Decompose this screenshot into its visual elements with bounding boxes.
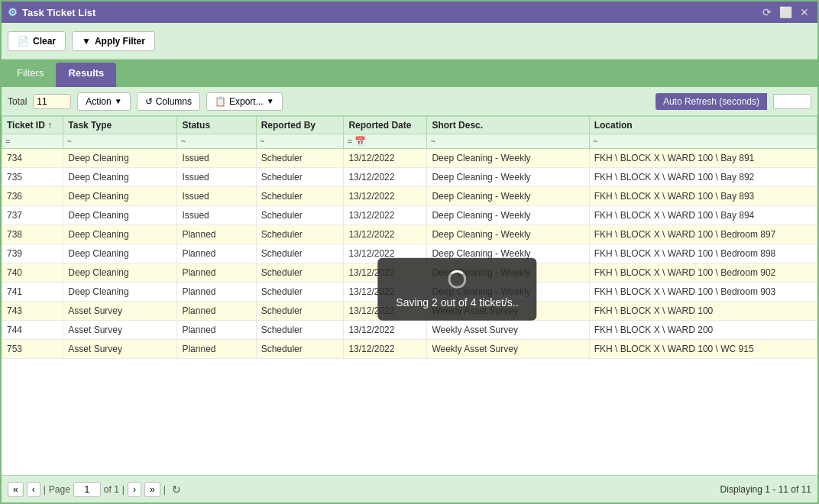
filter-status[interactable]: ~ [177, 134, 256, 149]
cell-location: FKH \ BLOCK X \ WARD 100 \ Bedroom 903 [589, 283, 817, 302]
cell-ticket_id: 744 [2, 321, 63, 340]
cell-location: FKH \ BLOCK X \ WARD 100 \ Bay 894 [589, 206, 817, 225]
cell-location: FKH \ BLOCK X \ WARD 100 \ Bay 891 [589, 149, 817, 168]
maximize-button[interactable]: ⬜ [777, 6, 795, 18]
cell-task_type: Deep Cleaning [63, 168, 177, 187]
next-page-button[interactable]: › [128, 482, 141, 497]
col-header-short-desc[interactable]: Short Desc. [427, 117, 589, 134]
cell-ticket_id: 739 [2, 244, 63, 263]
page-input[interactable] [73, 482, 101, 497]
table-row[interactable]: 738Deep CleaningPlannedScheduler13/12/20… [2, 225, 817, 244]
table-row[interactable]: 735Deep CleaningIssuedScheduler13/12/202… [2, 168, 817, 187]
cell-status: Planned [177, 263, 256, 283]
filter-reported-date[interactable]: = 📅 [344, 134, 427, 149]
window-title: Task Ticket List [22, 7, 95, 18]
cell-task_type: Deep Cleaning [63, 149, 177, 168]
table-row[interactable]: 737Deep CleaningIssuedScheduler13/12/202… [2, 206, 817, 225]
col-header-status[interactable]: Status [177, 117, 256, 134]
cell-task_type: Deep Cleaning [63, 244, 177, 263]
cell-short_desc: Deep Cleaning - Weekly [427, 168, 589, 187]
page-separator-2: | [122, 484, 125, 495]
auto-refresh-label: Auto Refresh (seconds) [656, 93, 767, 110]
action-bar: Total Action ▼ ↺ Columns 📋 Export... ▼ A… [2, 87, 817, 116]
cell-reported_date: 13/12/2022 [344, 149, 427, 168]
export-button[interactable]: 📋 Export... ▼ [206, 92, 283, 111]
apply-filter-button[interactable]: ▼ Apply Filter [72, 31, 155, 51]
overlay-message: Saving 2 out of 4 ticket/s.. [396, 296, 518, 309]
last-page-button[interactable]: » [144, 482, 160, 497]
refresh-window-button[interactable]: ⟳ [760, 6, 774, 18]
cell-task_type: Asset Survey [63, 302, 177, 321]
cell-ticket_id: 738 [2, 225, 63, 244]
filter-equals-icon: = [5, 137, 10, 146]
close-button[interactable]: ✕ [798, 6, 811, 18]
data-table: Ticket ID ↑ Task Type Status Reported By… [2, 116, 817, 359]
cell-task_type: Deep Cleaning [63, 187, 177, 206]
cell-location: FKH \ BLOCK X \ WARD 100 \ WC 915 [589, 340, 817, 359]
page-label: Page [49, 484, 70, 495]
cell-task_type: Asset Survey [63, 321, 177, 340]
filter-ticket-id[interactable]: = [2, 134, 63, 149]
total-input[interactable] [33, 94, 71, 109]
loading-spinner [448, 270, 466, 289]
filter-reported-by[interactable]: ~ [256, 134, 344, 149]
cell-short_desc: Weekly Asset Survey [427, 340, 589, 359]
refresh-icon[interactable]: ↻ [172, 483, 181, 496]
cell-reported_by: Scheduler [256, 283, 344, 302]
table-row[interactable]: 744Asset SurveyPlannedScheduler13/12/202… [2, 321, 817, 340]
export-icon: 📋 [215, 96, 226, 107]
auto-refresh-input[interactable] [773, 94, 811, 109]
prev-page-button[interactable]: ‹ [27, 482, 40, 497]
cell-task_type: Deep Cleaning [63, 225, 177, 244]
tab-filters-label: Filters [17, 67, 44, 79]
action-chevron-icon: ▼ [115, 97, 122, 105]
cell-location: FKH \ BLOCK X \ WARD 100 \ Bedroom 898 [589, 244, 817, 263]
table-row[interactable]: 753Asset SurveyPlannedScheduler13/12/202… [2, 340, 817, 359]
tab-filters[interactable]: Filters [5, 63, 56, 87]
cell-ticket_id: 740 [2, 263, 63, 283]
filter-task-type[interactable]: ~ [63, 134, 177, 149]
cell-status: Planned [177, 283, 256, 302]
cell-ticket_id: 737 [2, 206, 63, 225]
filter-location[interactable]: ~ [589, 134, 817, 149]
cell-status: Planned [177, 244, 256, 263]
col-header-task-type[interactable]: Task Type [63, 117, 177, 134]
clear-button[interactable]: 📄 Clear [8, 31, 66, 51]
action-button[interactable]: Action ▼ [77, 92, 130, 111]
cell-reported_date: 13/12/2022 [344, 168, 427, 187]
cell-ticket_id: 741 [2, 283, 63, 302]
cell-short_desc: Deep Cleaning - Weekly [427, 187, 589, 206]
cell-reported_by: Scheduler [256, 302, 344, 321]
cell-location: FKH \ BLOCK X \ WARD 200 [589, 321, 817, 340]
columns-icon: ↺ [145, 96, 153, 107]
cell-ticket_id: 753 [2, 340, 63, 359]
first-page-button[interactable]: « [8, 482, 24, 497]
total-label: Total [8, 96, 27, 107]
export-label: Export... [229, 96, 264, 107]
cell-ticket_id: 736 [2, 187, 63, 206]
columns-button[interactable]: ↺ Columns [137, 92, 200, 111]
cell-reported_date: 13/12/2022 [344, 187, 427, 206]
footer-bar: « ‹ | Page of 1 | › » | ↻ Displaying 1 -… [2, 475, 817, 502]
table-row[interactable]: 736Deep CleaningIssuedScheduler13/12/202… [2, 187, 817, 206]
cell-reported_date: 13/12/2022 [344, 206, 427, 225]
col-header-ticket-id[interactable]: Ticket ID ↑ [2, 117, 63, 134]
table-container: Ticket ID ↑ Task Type Status Reported By… [2, 116, 817, 475]
filter-short-desc[interactable]: ~ [427, 134, 589, 149]
columns-label: Columns [156, 96, 192, 107]
table-row[interactable]: 734Deep CleaningIssuedScheduler13/12/202… [2, 149, 817, 168]
page-separator-1: | [44, 484, 46, 495]
cell-reported_by: Scheduler [256, 187, 344, 206]
col-header-location[interactable]: Location [589, 117, 817, 134]
cell-reported_by: Scheduler [256, 244, 344, 263]
cell-reported_date: 13/12/2022 [344, 321, 427, 340]
calendar-icon[interactable]: 📅 [354, 136, 366, 147]
cell-reported_by: Scheduler [256, 168, 344, 187]
cell-task_type: Asset Survey [63, 340, 177, 359]
col-header-reported-by[interactable]: Reported By [256, 117, 344, 134]
cell-ticket_id: 743 [2, 302, 63, 321]
col-header-reported-date[interactable]: Reported Date [344, 117, 427, 134]
cell-location: FKH \ BLOCK X \ WARD 100 \ Bedroom 897 [589, 225, 817, 244]
filter-tilde-icon: ~ [66, 137, 71, 146]
tab-results[interactable]: Results [56, 63, 116, 87]
